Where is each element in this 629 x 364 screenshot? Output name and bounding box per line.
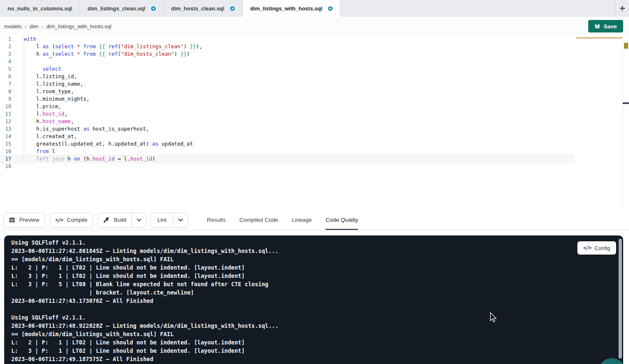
line-number: 14 bbox=[0, 133, 17, 140]
file-header-bar: models›dim›dim_listings_with_hosts.sql S… bbox=[0, 17, 629, 35]
code-line: 3 h as (select * from {{ ref("dim_hosts_… bbox=[0, 50, 574, 58]
editor-tab-3[interactable]: dim_hosts_clean.sql bbox=[164, 0, 243, 17]
unsaved-changes-dot bbox=[230, 6, 235, 11]
code-line-text bbox=[17, 163, 24, 170]
line-number: 13 bbox=[0, 125, 17, 133]
code-line: 1with bbox=[0, 35, 574, 43]
code-brackets-icon: </> bbox=[583, 245, 591, 251]
plus-icon bbox=[619, 5, 626, 12]
compile-button-label: Compile bbox=[67, 217, 88, 223]
code-line: 17 left join h on (h.host_id = l.host_id… bbox=[0, 155, 574, 163]
code-line-text: l.room_type, bbox=[17, 88, 74, 95]
config-button[interactable]: </> Config bbox=[577, 241, 616, 255]
terminal-line: Using SQLFluff v2.1.1. bbox=[4, 313, 623, 322]
lint-button-label: Lint bbox=[157, 217, 167, 223]
save-button-label: Save bbox=[604, 23, 617, 30]
code-line: 14 l.created_at, bbox=[0, 133, 574, 140]
line-number: 11 bbox=[0, 110, 17, 118]
line-number: 4 bbox=[0, 58, 17, 65]
lint-log: Using SQLFluff v2.1.1.2023-06-06T11:27:4… bbox=[4, 235, 623, 363]
tab-bar: no_nulls_in_columns.sqldim_listings_clea… bbox=[0, 0, 629, 17]
code-line-text: l.created_at, bbox=[17, 133, 77, 140]
new-tab-button[interactable] bbox=[615, 0, 629, 17]
line-number: 7 bbox=[0, 80, 17, 88]
build-button[interactable]: Build bbox=[98, 213, 132, 227]
line-number: 1 bbox=[0, 35, 17, 43]
minimap-line bbox=[576, 54, 620, 55]
code-editor[interactable]: 1with2 l as (select * from {{ ref("dim_l… bbox=[0, 35, 574, 170]
breadcrumb: models›dim›dim_listings_with_hosts.sql bbox=[4, 23, 112, 30]
chevron-down-icon bbox=[178, 218, 183, 222]
terminal-line: L: 3 | P: 1 | LT02 | Line should not be … bbox=[4, 347, 623, 355]
terminal-line bbox=[4, 305, 623, 313]
code-quality-output-panel[interactable]: Using SQLFluff v2.1.1.2023-06-06T11:27:4… bbox=[4, 235, 623, 364]
dbt-cloud-ide: { "tab_bar": { "tabs": [ { "label": "no_… bbox=[0, 0, 629, 364]
line-number: 9 bbox=[0, 95, 17, 103]
editor-tab-4[interactable]: dim_listings_with_hosts.sql bbox=[243, 0, 341, 17]
unsaved-changes-dot bbox=[151, 6, 156, 11]
code-line: 11 l.host_id, bbox=[0, 110, 574, 118]
terminal-line: 2023-06-06T11:27:48.922828Z — Linting mo… bbox=[4, 322, 623, 330]
code-line: 13 h.is_superhost as host_is_superhost, bbox=[0, 125, 574, 133]
code-line-text: h.host_name, bbox=[17, 118, 74, 125]
tab-bar-spacer bbox=[341, 0, 629, 16]
breadcrumb-item[interactable]: dim_listings_with_hosts.sql bbox=[46, 23, 112, 30]
terminal-line: L: 3 | P: 1 | LT02 | Line should not be … bbox=[4, 272, 623, 280]
code-line-text: l.host_id, bbox=[17, 110, 67, 118]
panel-tab-lineage[interactable]: Lineage bbox=[292, 210, 312, 230]
line-number: 16 bbox=[0, 148, 17, 155]
result-panel-tabs: ResultsCompiled CodeLineageCode Quality bbox=[207, 210, 358, 230]
panel-tab-code-quality[interactable]: Code Quality bbox=[326, 210, 358, 230]
code-line-text: l.listing_id, bbox=[17, 73, 77, 80]
terminal-line: 2023-06-06T11:27:42.861845Z — Linting mo… bbox=[4, 247, 623, 255]
config-button-label: Config bbox=[594, 245, 610, 251]
lint-dropdown-button[interactable] bbox=[174, 213, 188, 227]
line-number: 8 bbox=[0, 88, 17, 95]
code-line: 10 l.price, bbox=[0, 103, 574, 110]
terminal-line: 2023-06-06T11:27:49.187575Z — All Finish… bbox=[4, 355, 623, 363]
tab-strip: no_nulls_in_columns.sqldim_listings_clea… bbox=[0, 0, 341, 16]
code-line-text: h as (select * from {{ ref("dim_hosts_cl… bbox=[17, 50, 190, 58]
code-brackets-icon: </> bbox=[55, 217, 63, 223]
code-line: 15 greatest(l.updated_at, h.updated_at) … bbox=[0, 140, 574, 148]
code-line: 8 l.room_type, bbox=[0, 88, 574, 95]
chevron-down-icon bbox=[137, 218, 142, 222]
line-number: 18 bbox=[0, 163, 17, 170]
save-button[interactable]: Save bbox=[588, 20, 623, 32]
code-line-text bbox=[17, 58, 24, 65]
code-line: 9 l.minimum_nights, bbox=[0, 95, 574, 103]
tab-label: dim_listings_clean.sql bbox=[87, 5, 145, 12]
panel-tab-compiled-code[interactable]: Compiled Code bbox=[239, 210, 278, 230]
terminal-scrollbar-thumb[interactable] bbox=[619, 239, 622, 359]
code-line-text: l.minimum_nights, bbox=[17, 95, 90, 103]
code-line: 7 l.listing_name, bbox=[0, 80, 574, 88]
breadcrumb-separator-icon: › bbox=[41, 23, 43, 30]
line-number: 5 bbox=[0, 65, 17, 73]
panel-tab-results[interactable]: Results bbox=[207, 210, 226, 230]
minimap[interactable]: with l as (select * from {{ ref("dim_lis… bbox=[576, 36, 620, 94]
terminal-line: | bracket. [layout.cte_newline] bbox=[4, 288, 623, 297]
code-line-text: left join h on (h.host_id = l.host_id) bbox=[17, 155, 155, 163]
terminal-line: L: 2 | P: 1 | LT02 | Line should not be … bbox=[4, 338, 623, 347]
build-dropdown-button[interactable] bbox=[132, 213, 146, 227]
terminal-line: == [models/dim/dim_listings_with_hosts.s… bbox=[4, 330, 623, 338]
code-line-text: with bbox=[17, 35, 36, 43]
line-number: 6 bbox=[0, 73, 17, 80]
indent-guide bbox=[24, 43, 24, 163]
code-line: 6 l.listing_id, bbox=[0, 73, 574, 80]
breadcrumb-separator-icon: › bbox=[25, 23, 27, 30]
lint-split-button: Lint bbox=[150, 213, 188, 228]
code-line: 18 bbox=[0, 163, 574, 170]
action-bar: Preview </> Compile Build Lint ResultsCo… bbox=[0, 210, 629, 230]
code-line-text: l.listing_name, bbox=[17, 80, 83, 88]
lint-button[interactable]: Lint bbox=[151, 213, 174, 227]
preview-button[interactable]: Preview bbox=[3, 213, 45, 228]
breadcrumb-item[interactable]: dim bbox=[30, 23, 38, 30]
compile-button[interactable]: </> Compile bbox=[50, 213, 93, 228]
terminal-line: L: 3 | P: 5 | LT08 | Blank line expected… bbox=[4, 280, 623, 288]
editor-tab-2[interactable]: dim_listings_clean.sql bbox=[80, 0, 164, 17]
code-line: 5 select bbox=[0, 65, 574, 73]
breadcrumb-item[interactable]: models bbox=[4, 23, 22, 30]
editor-tab-1[interactable]: no_nulls_in_columns.sql bbox=[0, 0, 80, 17]
build-button-label: Build bbox=[114, 217, 126, 223]
